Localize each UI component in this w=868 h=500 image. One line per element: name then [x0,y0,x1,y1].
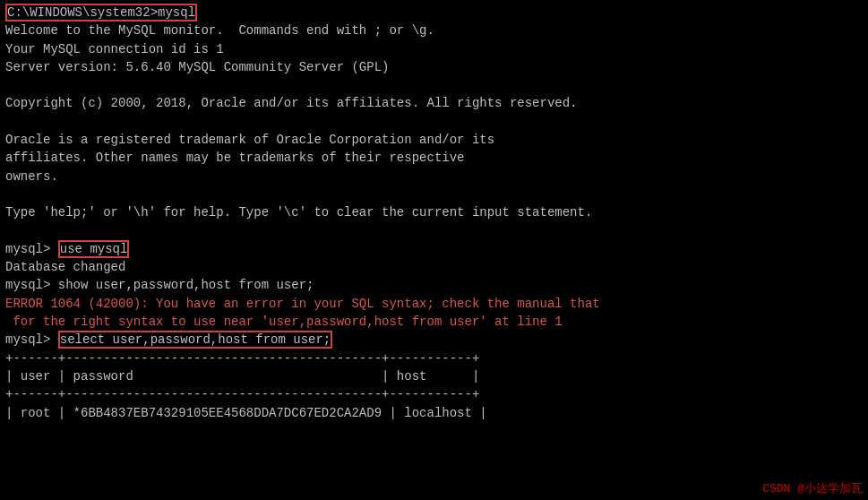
show-user-line: mysql> show user,password,host from user… [5,276,863,294]
server-version-line: Server version: 5.6.40 MySQL Community S… [5,58,863,76]
blank-line-3 [5,185,863,203]
welcome-line: Welcome to the MySQL monitor. Commands e… [5,22,863,39]
terminal-window: C:\WINDOWS\system32>mysql Welcome to the… [0,0,868,500]
error-line1: ERROR 1064 (42000): You have an error in… [5,295,863,313]
select-cmd-line: mysql> select user,password,host from us… [5,331,863,349]
command-path-line: C:\WINDOWS\system32>mysql [5,4,863,22]
copyright-line: Copyright (c) 2000, 2018, Oracle and/or … [5,94,863,112]
blank-line-2 [5,113,863,131]
table-data-row: | root | *6BB4837EB74329105EE4568DDA7DC6… [5,406,487,420]
help-line: Type 'help;' or '\h' for help. Type '\c'… [5,203,863,221]
oracle-line2: affiliates. Other names may be trademark… [5,149,863,167]
blank-line-4 [5,222,863,240]
error-line2: for the right syntax to use near 'user,p… [5,313,863,331]
oracle-line3: owners. [5,168,863,185]
oracle-line1: Oracle is a registered trademark of Orac… [5,131,863,149]
use-mysql-highlight: use mysql [58,240,130,258]
csdn-badge: CSDN @小达学加瓦 [762,480,863,496]
db-changed-line: Database changed [5,258,863,276]
select-cmd-highlight: select user,password,host from user; [58,331,332,349]
table-divider-top: +------+--------------------------------… [5,351,479,366]
blank-line-1 [5,76,863,94]
table-header-row: | user | password | host | [5,369,479,384]
command-path-highlight: C:\WINDOWS\system32>mysql [5,4,197,22]
table-divider-mid: +------+--------------------------------… [5,387,479,401]
connection-id-line: Your MySQL connection id is 1 [5,40,863,58]
use-mysql-line: mysql> use mysql [5,240,863,258]
